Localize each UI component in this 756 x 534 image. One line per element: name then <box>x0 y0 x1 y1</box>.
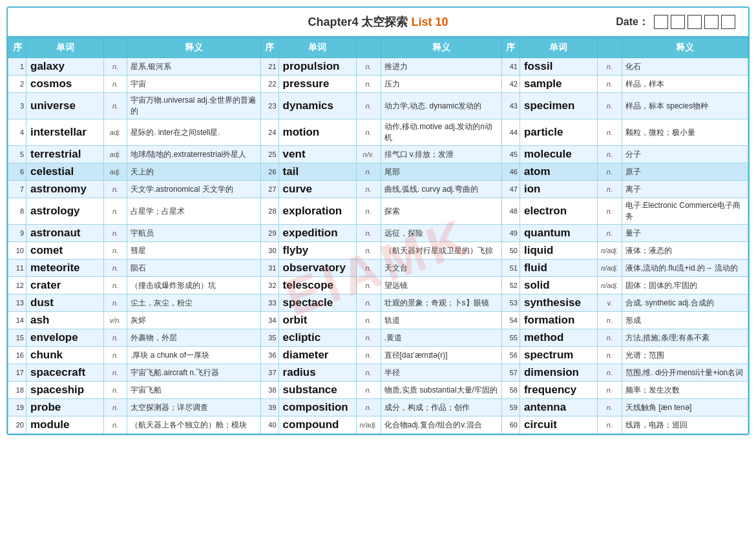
cell-def: 液体,流动的.flu流+id.的→ 流动的 <box>622 260 748 277</box>
cell-word: synthesise <box>520 294 597 312</box>
table-row: 17spacecraftn.宇宙飞船.aircraft n.飞行器37radiu… <box>8 364 748 382</box>
cell-word: exploration <box>278 198 356 225</box>
cell-pos: n. <box>104 277 127 294</box>
cell-num: 49 <box>501 225 520 242</box>
cell-word: module <box>26 416 104 434</box>
table-row: 13dustn.尘土，灰尘，粉尘33spectaclen.壮观的景象；奇观；卜s… <box>8 294 748 312</box>
cell-num: 1 <box>8 58 26 76</box>
cell-def: 范围,维. di分开mensi计量+ion名词 <box>622 364 748 382</box>
cell-word: astronomy <box>26 181 104 198</box>
cell-num: 44 <box>501 119 520 146</box>
table-row: 12cratern.（撞击或爆炸形成的）坑32telescopen.望远镜52s… <box>8 277 748 294</box>
cell-def: （撞击或爆炸形成的）坑 <box>127 277 261 294</box>
cell-def: 宇宙飞船.aircraft n.飞行器 <box>127 364 261 382</box>
cell-pos: n. <box>356 119 381 146</box>
cell-num: 6 <box>8 163 26 181</box>
cell-word: frequency <box>520 382 597 399</box>
col-word-3: 单词 <box>520 38 597 58</box>
cell-word: composition <box>278 399 356 416</box>
cell-num: 34 <box>260 312 278 329</box>
cell-pos: adj. <box>104 163 127 181</box>
table-row: 14ashv/n.灰烬34orbitn.轨道54formationn.形成 <box>8 312 748 329</box>
cell-pos: v. <box>597 294 622 312</box>
cell-def: 固体；固体的,牢固的 <box>622 277 748 294</box>
cell-def: 线路，电路；巡回 <box>622 416 748 434</box>
cell-word: formation <box>520 312 597 329</box>
date-box-1 <box>654 15 668 29</box>
date-boxes <box>654 15 735 29</box>
cell-word: dynamics <box>278 93 356 119</box>
cell-word: astrology <box>26 198 104 225</box>
cell-pos: n. <box>104 329 127 347</box>
cell-word: tail <box>278 163 356 181</box>
cell-def: 液体；液态的 <box>622 242 748 260</box>
cell-num: 31 <box>260 260 278 277</box>
table-row: 19proben.太空探测器；详尽调查39compositionn.成分，构成；… <box>8 399 748 416</box>
cell-def: 压力 <box>381 76 501 93</box>
cell-def: 宇宙万物.universal adj.全世界的普遍的 <box>127 93 261 119</box>
cell-pos: n. <box>356 277 381 294</box>
cell-pos: n. <box>356 260 381 277</box>
cell-pos: n. <box>597 93 622 119</box>
cell-pos: n. <box>356 329 381 347</box>
cell-word: ash <box>26 312 104 329</box>
cell-pos: n. <box>104 58 127 76</box>
cell-word: terrestrial <box>26 146 104 163</box>
cell-word: flyby <box>278 242 356 260</box>
cell-num: 4 <box>8 119 26 146</box>
cell-num: 41 <box>501 58 520 76</box>
cell-word: dust <box>26 294 104 312</box>
cell-pos: n. <box>597 76 622 93</box>
cell-pos: n. <box>356 399 381 416</box>
cell-num: 9 <box>8 225 26 242</box>
cell-def: 化合物adj.复合/组合的v.混合 <box>381 416 501 434</box>
cell-pos: n. <box>597 146 622 163</box>
table-row: 20modulen.（航天器上各个独立的）舱；模块40compoundn/adj… <box>8 416 748 434</box>
cell-pos: n. <box>356 76 381 93</box>
cell-word: spectacle <box>278 294 356 312</box>
cell-num: 38 <box>260 382 278 399</box>
cell-num: 12 <box>8 277 26 294</box>
cell-def: .黄道 <box>381 329 501 347</box>
cell-def: 电子.Electronic Commerce电子商务 <box>622 198 748 225</box>
cell-num: 11 <box>8 260 26 277</box>
cell-num: 37 <box>260 364 278 382</box>
table-row: 5terrestrialadj.地球/陆地的.extraterrestrial外… <box>8 146 748 163</box>
cell-num: 40 <box>260 416 278 434</box>
cell-num: 22 <box>260 76 278 93</box>
cell-def: 轨道 <box>381 312 501 329</box>
cell-word: motion <box>278 119 356 146</box>
table-row: 8astrologyn.占星学；占星术28explorationn.探索48el… <box>8 198 748 225</box>
table-row: 7astronomyn.天文学.astronomical 天文学的27curve… <box>8 181 748 198</box>
cell-word: solid <box>520 277 597 294</box>
cell-def: 尘土，灰尘，粉尘 <box>127 294 261 312</box>
cell-num: 2 <box>8 76 26 93</box>
cell-word: meteorite <box>26 260 104 277</box>
cell-num: 51 <box>501 260 520 277</box>
cell-word: curve <box>278 181 356 198</box>
cell-word: envelope <box>26 329 104 347</box>
cell-def: 星际的. inter在之间stell星. <box>127 119 261 146</box>
cell-pos: n. <box>104 382 127 399</box>
cell-pos: n. <box>104 225 127 242</box>
cell-pos: n/adj. <box>597 260 622 277</box>
table-row: 18spaceshipn.宇宙飞船38substancen.物质,实质 subs… <box>8 382 748 399</box>
cell-word: pressure <box>278 76 356 93</box>
cell-word: fluid <box>520 260 597 277</box>
cell-pos: n. <box>356 347 381 364</box>
cell-def: 天线触角 [æn tenə] <box>622 399 748 416</box>
cell-num: 39 <box>260 399 278 416</box>
cell-word: specimen <box>520 93 597 119</box>
cell-def: 化石 <box>622 58 748 76</box>
cell-word: crater <box>26 277 104 294</box>
cell-word: compound <box>278 416 356 434</box>
cell-def: 灰烬 <box>127 312 261 329</box>
cell-word: sample <box>520 76 597 93</box>
cell-pos: n. <box>104 416 127 434</box>
page-title: Chapter4 太空探索 List 10 <box>308 14 448 30</box>
col-word-1: 单词 <box>26 38 104 58</box>
col-num-1: 序 <box>8 38 26 58</box>
cell-pos: n. <box>104 294 127 312</box>
table-header: 序 单词 释义 序 单词 释义 序 单词 释义 <box>8 38 748 58</box>
cell-pos: n. <box>597 312 622 329</box>
